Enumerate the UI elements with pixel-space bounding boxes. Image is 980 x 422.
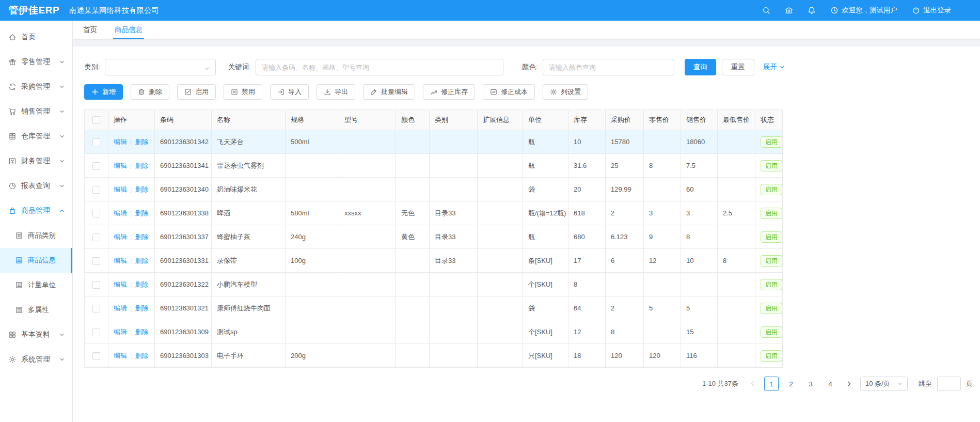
row-select-cell — [85, 296, 108, 320]
delete-link[interactable]: 删除 — [135, 233, 148, 241]
edit-link[interactable]: 编辑 — [114, 328, 127, 336]
sidebar-item-base-data[interactable]: 基本资料 — [0, 322, 72, 347]
edit-link[interactable]: 编辑 — [114, 209, 127, 217]
reset-button[interactable]: 重置 — [722, 59, 754, 75]
batch-edit-button[interactable]: 批量编辑 — [363, 84, 415, 100]
cell-retail: 3 — [644, 201, 681, 225]
sidebar-item-retail[interactable]: 零售管理 — [0, 50, 72, 74]
row-checkbox[interactable] — [92, 352, 100, 360]
row-checkbox[interactable] — [92, 186, 100, 194]
page-size-select[interactable]: 10 条/页 — [860, 377, 908, 391]
cell-barcode: 6901236301338 — [155, 201, 212, 225]
cell-purchase: 25 — [606, 154, 644, 178]
cell-sale: 8 — [681, 225, 718, 249]
row-checkbox[interactable] — [92, 257, 100, 265]
delete-link[interactable]: 删除 — [135, 162, 148, 169]
fix-cost-button[interactable]: 修正成本 — [483, 84, 535, 100]
row-checkbox[interactable] — [92, 210, 100, 217]
button-label: 修正成本 — [501, 87, 528, 97]
edit-link[interactable]: 编辑 — [114, 185, 127, 193]
row-checkbox[interactable] — [92, 281, 100, 289]
tab-product-info[interactable]: 商品信息 — [113, 21, 144, 39]
export-button[interactable]: 导出 — [317, 84, 355, 100]
import-button[interactable]: 导入 — [270, 84, 309, 100]
fix-stock-button[interactable]: 修正库存 — [423, 84, 475, 100]
jump-page-input[interactable] — [937, 377, 961, 391]
row-select-cell — [85, 249, 108, 273]
delete-link[interactable]: 删除 — [135, 328, 148, 336]
sidebar-item-warehouse[interactable]: 仓库管理 — [0, 124, 72, 149]
search-icon[interactable] — [762, 6, 770, 14]
bell-icon[interactable] — [808, 6, 816, 14]
edit-link[interactable]: 编辑 — [114, 280, 127, 288]
sidebar-item-product-info[interactable]: 商品信息 — [0, 248, 72, 273]
page-button-2[interactable]: 2 — [784, 377, 798, 391]
delete-link[interactable]: 删除 — [135, 138, 148, 146]
edit-link[interactable]: 编辑 — [114, 352, 127, 360]
row-checkbox[interactable] — [92, 162, 100, 170]
row-checkbox[interactable] — [92, 233, 100, 241]
sidebar-item-home[interactable]: 首页 — [0, 25, 72, 50]
logout-button[interactable]: 退出登录 — [912, 6, 951, 15]
cell-model — [339, 296, 396, 320]
delete-link[interactable]: 删除 — [135, 185, 148, 193]
disable-button[interactable]: 禁用 — [224, 84, 262, 100]
delete-button[interactable]: 删除 — [131, 84, 169, 100]
cell-status: 启用 — [755, 225, 783, 249]
next-page-button[interactable] — [843, 377, 855, 391]
delete-link[interactable]: 删除 — [135, 209, 148, 217]
delete-link[interactable]: 删除 — [135, 257, 148, 264]
expand-link[interactable]: 展开 — [763, 62, 785, 72]
edit-link[interactable]: 编辑 — [114, 257, 127, 264]
table-row: 编辑|删除6901236301337蜂蜜柚子茶240g黄色目录33瓶6806.1… — [85, 225, 783, 249]
cell-ext — [478, 178, 523, 201]
row-checkbox[interactable] — [92, 305, 100, 312]
sidebar-item-system[interactable]: 系统管理 — [0, 347, 72, 372]
page-button-3[interactable]: 3 — [803, 377, 818, 391]
page-button-4[interactable]: 4 — [823, 377, 837, 391]
sidebar-item-purchase[interactable]: 采购管理 — [0, 74, 72, 99]
edit-link[interactable]: 编辑 — [114, 304, 127, 312]
delete-link[interactable]: 删除 — [135, 304, 148, 312]
cell-category — [430, 344, 478, 368]
search-button[interactable]: 查询 — [685, 59, 716, 75]
welcome-user[interactable]: 欢迎您，测试用户 — [830, 6, 897, 15]
sidebar-item-report[interactable]: 报表查询 — [0, 174, 72, 198]
category-select[interactable] — [105, 59, 216, 75]
row-actions: 编辑|删除 — [108, 225, 155, 249]
bank-icon[interactable] — [785, 6, 793, 14]
edit-link[interactable]: 编辑 — [114, 233, 127, 241]
cell-min — [718, 296, 755, 320]
cell-spec: 580ml — [286, 201, 339, 225]
prev-page-button[interactable] — [747, 377, 759, 391]
edit-link[interactable]: 编辑 — [114, 138, 127, 146]
add-button[interactable]: 新增 — [84, 84, 123, 100]
purchase-icon — [8, 83, 17, 91]
sidebar-item-product[interactable]: 商品管理 — [0, 198, 72, 223]
cell-model — [339, 154, 396, 178]
column-settings-button[interactable]: 列设置 — [543, 84, 588, 100]
delete-link[interactable]: 删除 — [135, 280, 148, 288]
cell-sale: 5 — [681, 296, 718, 320]
sidebar-item-finance[interactable]: 财务管理 — [0, 149, 72, 174]
cell-min — [718, 225, 755, 249]
page-button-1[interactable]: 1 — [764, 377, 779, 391]
sidebar-item-measure-unit[interactable]: 计量单位 — [0, 273, 72, 298]
delete-link[interactable]: 删除 — [135, 352, 148, 360]
row-checkbox[interactable] — [92, 138, 100, 146]
button-label: 禁用 — [242, 87, 255, 97]
column-header: 名称 — [212, 110, 286, 130]
keyword-input[interactable] — [256, 59, 503, 75]
select-all-checkbox[interactable] — [92, 116, 100, 124]
row-checkbox[interactable] — [92, 329, 100, 336]
sidebar-item-multi-attribute[interactable]: 多属性 — [0, 298, 72, 322]
sidebar-item-product-category[interactable]: 商品类别 — [0, 223, 72, 248]
sidebar-item-sales[interactable]: 销售管理 — [0, 99, 72, 124]
color-input[interactable] — [543, 59, 674, 75]
header-actions: 欢迎您，测试用户 退出登录 — [762, 6, 980, 15]
cell-color: 黄色 — [396, 225, 430, 249]
cell-color — [396, 178, 430, 201]
edit-link[interactable]: 编辑 — [114, 162, 127, 169]
enable-button[interactable]: 启用 — [177, 84, 216, 100]
tab-home[interactable]: 首页 — [82, 21, 99, 39]
